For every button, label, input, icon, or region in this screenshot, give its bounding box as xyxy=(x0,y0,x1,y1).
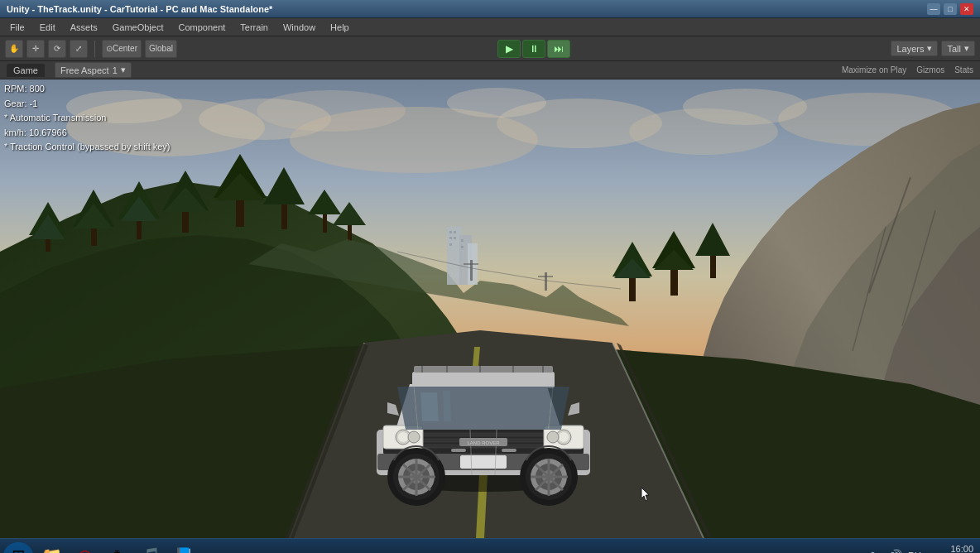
stats-button[interactable]: Stats xyxy=(954,65,973,75)
hud-traction: * Traction Control (bypassed by shift ke… xyxy=(4,140,171,155)
start-icon: ⊞ xyxy=(12,546,26,554)
svg-rect-79 xyxy=(414,366,553,373)
svg-text:LAND ROVER: LAND ROVER xyxy=(467,440,500,445)
layers-dropdown[interactable]: Layers ▾ xyxy=(891,41,938,56)
pivot-label: Center xyxy=(113,44,137,53)
gizmos-button[interactable]: Gizmos xyxy=(916,65,944,75)
menu-gameobject[interactable]: GameObject xyxy=(106,21,171,34)
svg-rect-38 xyxy=(449,231,452,233)
svg-rect-28 xyxy=(281,200,287,229)
menu-terrain[interactable]: Terrain xyxy=(233,21,275,34)
svg-rect-50 xyxy=(545,272,547,291)
svg-rect-40 xyxy=(449,237,452,239)
menu-window[interactable]: Window xyxy=(276,21,322,34)
taskbar-opera[interactable]: ◉ xyxy=(70,542,99,554)
toolbar-hand-tool[interactable]: ✋ xyxy=(5,40,23,58)
taskbar-music[interactable]: 🎵 xyxy=(136,542,166,554)
speaker-icon[interactable]: 🔊 xyxy=(888,549,901,554)
svg-marker-102 xyxy=(420,392,439,421)
svg-rect-42 xyxy=(449,243,452,246)
aspect-number: 1 xyxy=(113,65,118,75)
start-button[interactable]: ⊞ xyxy=(3,542,33,554)
toolbar-move-tool[interactable]: ✛ xyxy=(26,40,45,58)
layers-chevron: ▾ xyxy=(927,43,932,54)
play-button[interactable]: ▶ xyxy=(497,40,521,58)
step-button[interactable]: ⏭ xyxy=(547,40,570,58)
svg-point-9 xyxy=(447,88,546,118)
menu-help[interactable]: Help xyxy=(324,21,356,34)
menu-component[interactable]: Component xyxy=(171,21,232,34)
layout-label: Tall xyxy=(947,44,961,54)
menu-assets[interactable]: Assets xyxy=(64,21,104,34)
svg-point-94 xyxy=(559,432,569,442)
toolbar-scale-tool[interactable]: ⤢ xyxy=(70,40,88,58)
layout-dropdown[interactable]: Tall ▾ xyxy=(941,41,975,56)
taskbar-skype[interactable]: 📘 xyxy=(169,542,199,554)
volume-icon[interactable]: 🔈 xyxy=(868,549,882,554)
maximize-button[interactable]: □ xyxy=(944,3,957,15)
toolbar: ✋ ✛ ⟳ ⤢ ⊙ Center Global ▶ ⏸ ⏭ Layers ▾ T… xyxy=(0,36,980,61)
window-controls: — □ ✕ xyxy=(927,3,973,15)
language-indicator[interactable]: RU xyxy=(908,551,921,554)
close-button[interactable]: ✕ xyxy=(960,3,973,15)
taskbar-right: 🔈 🔊 RU 16:00 26.06.2011 xyxy=(868,543,977,553)
minimize-button[interactable]: — xyxy=(927,3,940,15)
game-tab[interactable]: Game xyxy=(7,64,45,77)
space-toggle[interactable]: Global xyxy=(145,40,177,58)
space-label: Global xyxy=(149,44,173,53)
svg-rect-48 xyxy=(470,260,473,281)
svg-rect-32 xyxy=(348,223,352,241)
svg-point-92 xyxy=(398,432,408,442)
svg-point-96 xyxy=(547,431,559,443)
taskbar-unity[interactable]: ⧮ xyxy=(103,542,132,554)
menu-bar: File Edit Assets GameObject Component Te… xyxy=(0,18,980,36)
layout-chevron: ▾ xyxy=(964,43,969,54)
svg-rect-41 xyxy=(454,237,456,239)
menu-edit[interactable]: Edit xyxy=(33,21,62,34)
svg-point-8 xyxy=(257,90,406,132)
svg-point-95 xyxy=(408,431,420,443)
game-viewport: LAND ROVER RPM: 800 Gear: -1 * Automatic… xyxy=(0,61,980,538)
taskbar-explorer[interactable]: 📁 xyxy=(36,542,66,554)
window-title: Unity - TheTrack.unity - CarTutorial - P… xyxy=(7,4,272,14)
svg-rect-39 xyxy=(454,231,456,233)
clock[interactable]: 16:00 26.06.2011 xyxy=(928,543,973,553)
svg-rect-111 xyxy=(502,449,516,452)
svg-point-10 xyxy=(683,89,807,125)
toolbar-sep-1 xyxy=(94,41,95,57)
clock-time: 16:00 xyxy=(928,543,973,553)
hud-rpm: RPM: 800 xyxy=(4,82,171,97)
aspect-dropdown[interactable]: Free Aspect 1 ▾ xyxy=(55,62,132,78)
aspect-label: Free Aspect xyxy=(60,65,109,75)
aspect-chevron: ▾ xyxy=(121,65,126,75)
svg-rect-110 xyxy=(451,449,466,452)
hud-overlay: RPM: 800 Gear: -1 * Automatic Transmissi… xyxy=(4,82,171,155)
pivot-toggle[interactable]: ⊙ Center xyxy=(102,40,142,58)
toolbar-rotate-tool[interactable]: ⟳ xyxy=(48,40,66,58)
svg-marker-103 xyxy=(443,391,451,421)
title-bar: Unity - TheTrack.unity - CarTutorial - P… xyxy=(0,0,980,18)
svg-rect-43 xyxy=(461,239,464,242)
hud-speed: km/h: 10.67966 xyxy=(4,126,171,141)
pivot-icon: ⊙ xyxy=(106,44,113,53)
hud-gear: Gear: -1 xyxy=(4,97,171,112)
hud-transmission: * Automatic Transmission xyxy=(4,111,171,126)
svg-rect-30 xyxy=(323,212,327,233)
play-controls: ▶ ⏸ ⏭ xyxy=(497,40,570,58)
svg-rect-100 xyxy=(460,455,507,469)
taskbar: ⊞ 📁 ◉ ⧮ 🎵 📘 🔈 🔊 RU 16:00 26.06.2011 xyxy=(0,538,980,553)
layers-label: Layers xyxy=(896,44,924,54)
pause-button[interactable]: ⏸ xyxy=(522,40,545,58)
svg-rect-78 xyxy=(412,372,555,388)
maximize-on-play-button[interactable]: Maximize on Play xyxy=(842,65,906,75)
game-panel-header: Game Free Aspect 1 ▾ Maximize on Play Gi… xyxy=(0,61,980,79)
svg-rect-44 xyxy=(461,246,464,248)
menu-file[interactable]: File xyxy=(3,21,31,34)
game-panel[interactable]: Game Free Aspect 1 ▾ Maximize on Play Gi… xyxy=(0,61,980,538)
